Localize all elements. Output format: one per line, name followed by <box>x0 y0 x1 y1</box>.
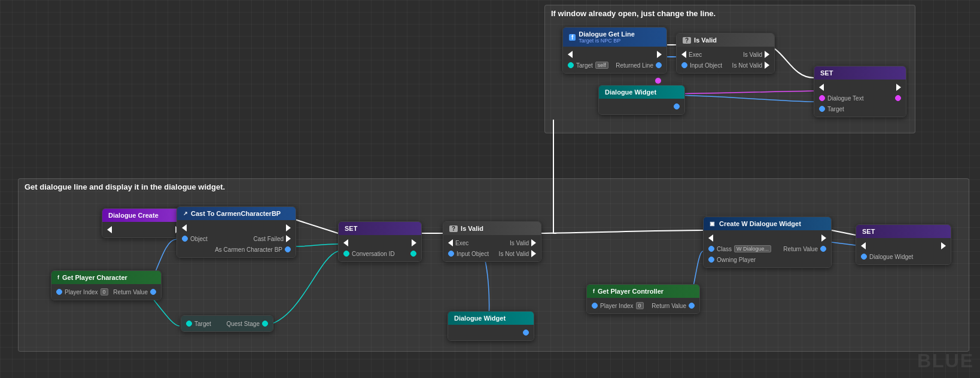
node-dialogue-widget-bottom[interactable]: Dialogue Widget <box>448 311 534 341</box>
exec-out-pin <box>657 51 662 58</box>
returned-line-pin <box>656 62 662 68</box>
node-set-top[interactable]: SET Dialogue Text Target <box>814 66 906 117</box>
node-dialogue-create[interactable]: Dialogue Create <box>102 208 185 238</box>
node-get-player-character[interactable]: f Get Player Character Player Index 0 Re… <box>51 270 162 300</box>
dialogue-text-pin <box>819 95 825 101</box>
node-get-player-controller[interactable]: f Get Player Controller Player Index 0 R… <box>586 284 700 314</box>
node-is-valid-top[interactable]: ? Is Valid Exec Is Valid Input Object Is… <box>676 33 775 74</box>
target-pin <box>568 62 574 68</box>
exec-in <box>681 51 686 58</box>
node-dialogue-get-line[interactable]: f Dialogue Get Line Target is NPC BP Tar… <box>562 27 667 74</box>
exec-in-pin <box>568 51 573 58</box>
node-cast-to-carmen[interactable]: ↗ Cast To CarmenCharacterBP Object Cast … <box>176 206 296 258</box>
watermark: BLUE <box>917 350 974 372</box>
node-set-conversation[interactable]: SET Conversation ID <box>338 221 422 262</box>
node-set-bottom[interactable]: SET Dialogue Widget <box>856 224 951 265</box>
node-target-quest-stage[interactable]: Target Quest Stage <box>181 315 273 332</box>
is-valid-out <box>765 51 769 58</box>
node-dialogue-widget-top[interactable]: Dialogue Widget <box>598 85 685 115</box>
target-pin-set <box>819 106 825 112</box>
node-is-valid-bottom[interactable]: ? Is Valid Exec Is Valid Input Object Is… <box>443 221 541 262</box>
dialogue-widget-out-pin <box>674 103 680 109</box>
input-object-pin <box>681 62 687 68</box>
is-not-valid-out <box>765 62 769 69</box>
node-create-dialogue-widget[interactable]: ▣ Create W Dialogue Widget Class W Dialo… <box>703 217 832 268</box>
